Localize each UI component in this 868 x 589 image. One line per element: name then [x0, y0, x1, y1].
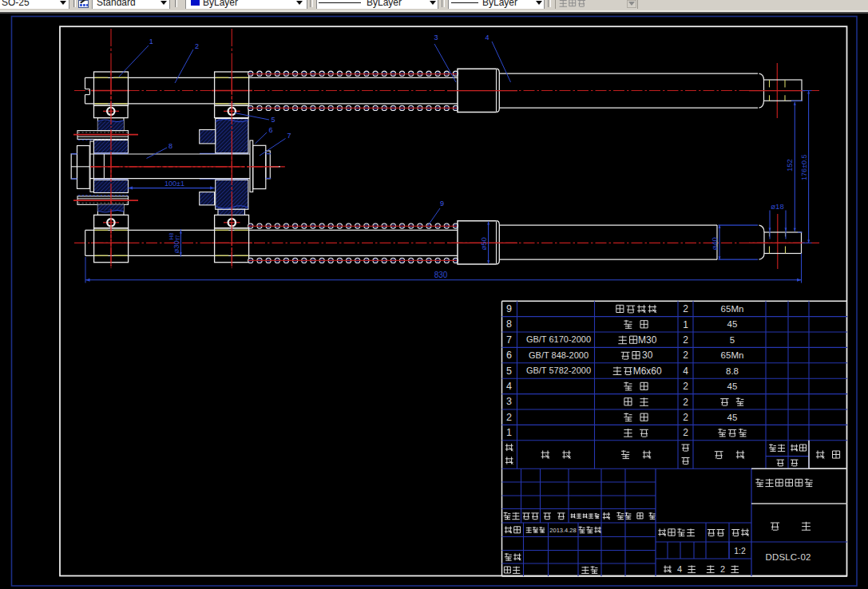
svg-text:65Mn: 65Mn	[721, 304, 744, 314]
svg-text:2: 2	[683, 397, 688, 408]
svg-text:45: 45	[727, 413, 738, 422]
svg-text:GB/T 848-2000: GB/T 848-2000	[529, 350, 589, 360]
svg-text:30: 30	[642, 350, 653, 361]
svg-text:45: 45	[727, 381, 738, 391]
svg-text:ø30: ø30	[172, 240, 180, 253]
svg-text:4: 4	[683, 366, 688, 377]
svg-text:1: 1	[683, 319, 688, 330]
svg-text:152: 152	[785, 159, 794, 172]
svg-text:7: 7	[506, 334, 512, 346]
svg-text:M6x60: M6x60	[633, 366, 662, 377]
svg-text:3: 3	[506, 396, 512, 407]
svg-text:9: 9	[506, 303, 512, 314]
svg-text:ø40: ø40	[710, 237, 719, 250]
svg-text:65Mn: 65Mn	[721, 350, 744, 360]
svg-text:4: 4	[677, 564, 682, 574]
svg-text:2: 2	[195, 42, 199, 50]
svg-text:8.8: 8.8	[726, 366, 739, 376]
svg-text:f7: f7	[175, 235, 180, 240]
svg-text:5: 5	[271, 116, 275, 124]
svg-text:5: 5	[730, 335, 735, 345]
svg-text:2: 2	[683, 350, 688, 361]
svg-text:2: 2	[683, 412, 688, 423]
svg-text:2: 2	[720, 564, 725, 574]
svg-text:3: 3	[434, 34, 438, 42]
svg-text:2: 2	[506, 412, 512, 423]
svg-text:2: 2	[683, 427, 688, 438]
svg-text:830: 830	[434, 271, 448, 279]
svg-text:8: 8	[168, 142, 172, 150]
svg-text:1: 1	[149, 38, 153, 45]
svg-text:GB/T 5782-2000: GB/T 5782-2000	[526, 366, 591, 375]
svg-text:6: 6	[506, 350, 512, 361]
svg-text:100±1: 100±1	[164, 180, 184, 188]
svg-text:176±0.5: 176±0.5	[800, 155, 808, 180]
svg-text:GB/T 6170-2000: GB/T 6170-2000	[526, 334, 591, 344]
svg-text:2: 2	[683, 303, 688, 314]
svg-text:2013.4.28: 2013.4.28	[549, 527, 576, 534]
svg-text:7: 7	[287, 132, 291, 140]
svg-text:45: 45	[727, 319, 738, 329]
svg-text:M30: M30	[638, 334, 657, 346]
svg-text:9: 9	[440, 200, 444, 208]
svg-text:4: 4	[506, 381, 512, 392]
svg-text:8: 8	[506, 318, 512, 330]
svg-text:1:2: 1:2	[734, 546, 746, 555]
svg-text:2: 2	[683, 381, 688, 392]
svg-text:DDSLC-02: DDSLC-02	[765, 552, 811, 562]
svg-text:ø50: ø50	[479, 237, 488, 250]
svg-text:2: 2	[683, 334, 688, 346]
svg-text:5: 5	[506, 366, 512, 377]
svg-text:H8: H8	[168, 232, 174, 239]
svg-text:4: 4	[485, 34, 489, 42]
svg-text:6: 6	[268, 126, 272, 134]
svg-text:ø18: ø18	[771, 202, 783, 211]
svg-text:1: 1	[506, 427, 512, 438]
